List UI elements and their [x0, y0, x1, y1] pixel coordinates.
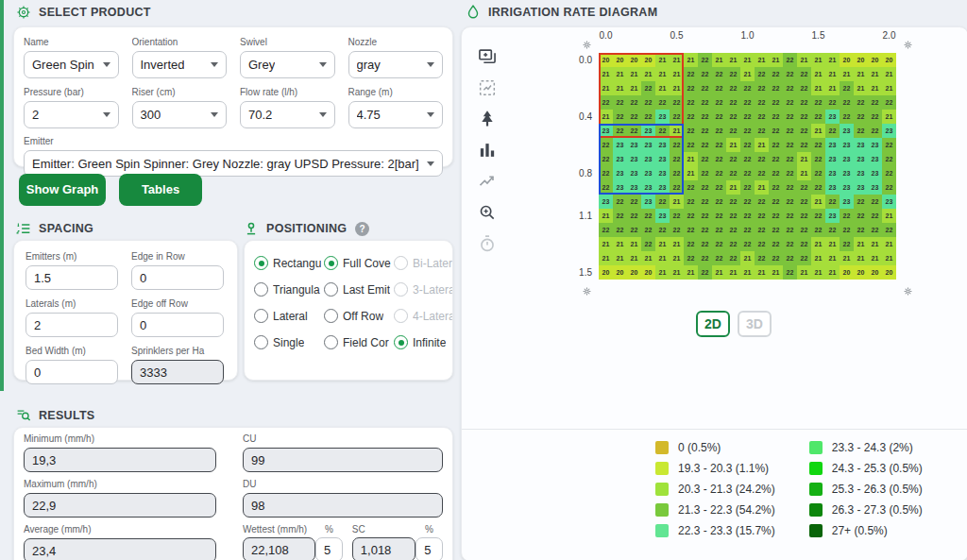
- heatmap-cell: 22: [726, 67, 740, 81]
- radio-dot: [254, 309, 268, 323]
- triangula-radio[interactable]: Triangula: [254, 282, 324, 297]
- legend-entry: 21.3 - 22.3 (54.2%): [655, 503, 775, 517]
- heatmap-cell: 22: [854, 95, 868, 110]
- heatmap-cell: 22: [698, 180, 712, 195]
- heatmap-cell: 22: [712, 138, 726, 152]
- heatmap-cell: 22: [840, 209, 854, 223]
- sc-pct-input-value[interactable]: 5: [416, 537, 443, 560]
- heatmap-cell: 22: [698, 81, 712, 95]
- emitter-select[interactable]: Emitter: Green Spin Spinner: Grey Nozzle…: [24, 150, 443, 177]
- chart-select-icon[interactable]: [474, 76, 500, 100]
- heatmap-cell: 21: [726, 138, 740, 152]
- heatmap-cell: 22: [627, 223, 641, 237]
- heatmap-cell: 21: [670, 81, 684, 95]
- heatmap-cell: 21: [599, 81, 613, 95]
- heatmap-cell: 21: [613, 237, 627, 251]
- rectangu-radio[interactable]: Rectangu: [254, 256, 324, 270]
- chevron-down-icon: [319, 62, 327, 67]
- zoom-in-icon[interactable]: [474, 200, 500, 225]
- infinite-radio[interactable]: Infinite: [394, 335, 452, 349]
- heatmap-cell: 22: [726, 110, 740, 124]
- radio-label: Field Cor: [343, 336, 389, 349]
- heatmap-cell: 23: [840, 124, 854, 138]
- full-cove-radio[interactable]: Full Cove: [324, 256, 394, 270]
- heatmap-cell: 21: [769, 53, 783, 67]
- view-2d-button[interactable]: 2D: [696, 311, 730, 337]
- help-icon[interactable]: ?: [355, 222, 369, 236]
- edge-in-row-input[interactable]: 0: [131, 265, 224, 290]
- heatmap-cell: 22: [797, 67, 811, 81]
- trend-line-icon[interactable]: [474, 169, 500, 194]
- heatmap-cell: 22: [698, 223, 712, 237]
- edge-off-row-label: Edge off Row: [131, 298, 224, 309]
- laterals-m-input[interactable]: 2: [25, 313, 118, 337]
- wettest-pct-input-value[interactable]: 5: [315, 537, 343, 560]
- flow-rate-l-h-select[interactable]: 70.2: [240, 101, 335, 128]
- legend-swatch: [809, 483, 823, 496]
- heatmap-cell: 22: [769, 251, 783, 265]
- pressure-bar-select[interactable]: 2: [24, 101, 119, 128]
- heatmap-cell: 22: [627, 209, 641, 223]
- heatmap-cell: 23: [840, 166, 854, 180]
- legend-swatch: [809, 503, 823, 517]
- tree-icon[interactable]: [474, 107, 500, 131]
- orientation-select[interactable]: Inverted: [132, 51, 228, 78]
- heatmap-cell: 22: [769, 124, 783, 138]
- heatmap-cell: 22: [627, 95, 641, 110]
- y-tick-label: 0.4: [554, 111, 592, 122]
- heatmap-cell: 22: [726, 166, 740, 180]
- heatmap-cell: 22: [684, 67, 698, 81]
- tables-button[interactable]: Tables: [119, 174, 202, 206]
- heatmap-cell: 21: [882, 251, 896, 265]
- swivel-select[interactable]: Grey: [240, 51, 335, 78]
- orientation-field: OrientationInverted: [132, 37, 228, 78]
- riser-cm-select[interactable]: 300: [132, 101, 228, 128]
- bar-chart-icon[interactable]: [474, 138, 500, 162]
- heatmap-cell: 21: [613, 251, 627, 265]
- heatmap-cell: 21: [599, 209, 613, 223]
- heatmap-cell: 22: [740, 209, 755, 223]
- edge-off-row-input[interactable]: 0: [131, 313, 224, 337]
- single-radio[interactable]: Single: [254, 335, 324, 349]
- last-emit-radio[interactable]: Last Emit: [324, 282, 394, 297]
- heatmap-cell: 22: [613, 209, 627, 223]
- range-m-select[interactable]: 4.75: [348, 101, 444, 128]
- x-tick-label: 1.5: [812, 30, 825, 41]
- du-value: 98: [243, 493, 443, 518]
- chevron-down-icon: [319, 112, 327, 117]
- radio-dot: [254, 256, 268, 270]
- bed-width-m-field: Bed Width (m)0: [25, 346, 118, 384]
- add-view-icon[interactable]: [474, 44, 500, 69]
- name-select[interactable]: Green Spin: [24, 51, 119, 78]
- heatmap-cell: 22: [755, 237, 769, 251]
- heatmap-cell: 22: [613, 223, 627, 237]
- lateral-radio[interactable]: Lateral: [254, 309, 324, 323]
- 3-lateral-radio: 3-Lateral: [394, 282, 452, 297]
- heatmap-cell: 22: [840, 237, 854, 251]
- legend-label: 23.3 - 24.3 (2%): [832, 441, 913, 454]
- product-card: NameGreen SpinOrientationInvertedSwivelG…: [13, 26, 453, 167]
- heatmap-cell: 23: [613, 180, 627, 195]
- sprinkler-product-icon: [15, 4, 32, 21]
- heatmap-cell: 22: [684, 81, 698, 95]
- heatmap-cell: 22: [797, 223, 811, 237]
- heatmap-cell: 23: [825, 138, 840, 152]
- laterals-m-field: Laterals (m)2: [25, 298, 118, 337]
- heatmap-cell: 23: [882, 195, 896, 209]
- emitters-m-input[interactable]: 1.5: [25, 265, 118, 290]
- heatmap-cell: 22: [670, 138, 684, 152]
- heatmap-cell: 22: [684, 95, 698, 110]
- left-scrollbar-thumb[interactable]: [0, 0, 4, 391]
- heatmap-cell: 22: [882, 223, 896, 237]
- field-cor-radio[interactable]: Field Cor: [324, 335, 394, 349]
- heatmap-cell: 22: [712, 251, 726, 265]
- heatmap-cell: 21: [840, 67, 854, 81]
- bed-width-m-input[interactable]: 0: [25, 360, 118, 384]
- show-graph-button[interactable]: Show Graph: [19, 174, 106, 206]
- heatmap-cell: 20: [868, 53, 882, 67]
- off-row-radio[interactable]: Off Row: [324, 309, 394, 323]
- heatmap-cell: 22: [712, 180, 726, 195]
- heatmap-cell: 22: [684, 251, 698, 265]
- nozzle-select[interactable]: gray: [348, 51, 444, 78]
- results-left-column: Minimum (mm/h)19,3Maximum (mm/h)22,9Aver…: [24, 433, 216, 560]
